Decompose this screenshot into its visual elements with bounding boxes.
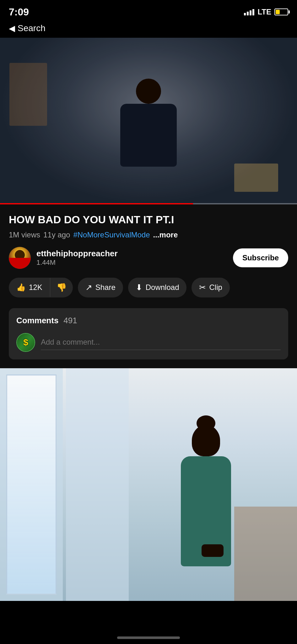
comments-count: 491 xyxy=(63,316,77,325)
avatar-inner: $ xyxy=(17,334,35,351)
user-avatar: $ xyxy=(16,333,35,352)
clip-button[interactable]: ✂ Clip xyxy=(192,278,230,297)
signal-bar-1 xyxy=(244,13,246,15)
dislike-icon: 👎 xyxy=(57,283,67,292)
video-scene xyxy=(0,38,297,204)
download-icon: ⬇ xyxy=(136,283,143,292)
action-row: 👍 12K 👎 ↗ Share ⬇ Download ✂ Clip xyxy=(9,278,288,299)
video-title: HOW BAD DO YOU WANT IT PT.I xyxy=(9,213,288,226)
download-label: Download xyxy=(146,283,179,292)
signal-bar-4 xyxy=(252,9,254,15)
channel-row: etthehiphoppreacher 1.44M Subscribe xyxy=(9,247,288,269)
download-button[interactable]: ⬇ Download xyxy=(128,278,187,297)
like-button[interactable]: 👍 12K xyxy=(9,278,50,297)
rec-person xyxy=(171,412,240,601)
status-bar: 7:09 LTE xyxy=(0,0,297,22)
dislike-button[interactable]: 👎 xyxy=(50,278,73,297)
back-label: Search xyxy=(18,23,46,33)
video-progress-fill xyxy=(0,203,193,204)
home-bar xyxy=(117,636,180,639)
hashtag[interactable]: #NoMoreSurvivalMode xyxy=(73,230,150,239)
comment-input-row: $ xyxy=(16,333,281,352)
views-count: 1M views xyxy=(9,230,40,239)
lte-label: LTE xyxy=(257,8,271,16)
time-ago: 11y ago xyxy=(43,230,70,239)
nav-back[interactable]: ◀ Search xyxy=(0,22,297,38)
rec-window-1 xyxy=(0,368,63,601)
clip-icon: ✂ xyxy=(199,283,206,292)
rec-person-head xyxy=(192,425,220,456)
comments-header: Comments 491 xyxy=(16,316,281,325)
rec-scene xyxy=(0,368,297,601)
avatar-jacket xyxy=(9,258,31,269)
like-count: 12K xyxy=(29,283,42,292)
battery-icon xyxy=(274,8,288,15)
comments-section: Comments 491 $ xyxy=(9,308,288,359)
status-right: LTE xyxy=(244,8,288,16)
signal-bars-icon xyxy=(244,8,254,15)
video-progress-bar[interactable] xyxy=(0,203,297,204)
rec-table xyxy=(234,507,297,601)
rec-window-2 xyxy=(66,368,129,601)
channel-info: etthehiphoppreacher 1.44M xyxy=(36,249,227,267)
comment-input[interactable] xyxy=(41,335,281,350)
signal-bar-2 xyxy=(247,12,249,15)
video-meta: 1M views 11y ago #NoMoreSurvivalMode ...… xyxy=(9,230,288,239)
signal-bar-3 xyxy=(250,10,251,15)
share-icon: ↗ xyxy=(85,283,92,292)
rec-person-hand xyxy=(202,544,224,557)
back-arrow-icon: ◀ xyxy=(9,24,15,33)
channel-name[interactable]: etthehiphoppreacher xyxy=(36,249,227,258)
rec-window-pane-1 xyxy=(6,375,57,595)
video-player[interactable] xyxy=(0,38,297,204)
comments-label: Comments xyxy=(16,316,58,325)
dollar-sign-icon: $ xyxy=(23,337,28,347)
channel-avatar[interactable] xyxy=(9,247,31,269)
home-indicator xyxy=(0,631,297,644)
clip-label: Clip xyxy=(209,283,222,292)
more-button[interactable]: ...more xyxy=(153,230,178,239)
share-label: Share xyxy=(95,283,116,292)
avatar-body xyxy=(9,247,31,269)
status-time: 7:09 xyxy=(9,6,29,18)
battery-fill xyxy=(276,10,280,14)
info-section: HOW BAD DO YOU WANT IT PT.I 1M views 11y… xyxy=(0,204,297,368)
share-button[interactable]: ↗ Share xyxy=(78,278,123,297)
subscribe-button[interactable]: Subscribe xyxy=(233,248,288,267)
video-overlay xyxy=(0,38,297,204)
like-icon: 👍 xyxy=(16,283,26,292)
recommended-video[interactable] xyxy=(0,368,297,601)
channel-subs: 1.44M xyxy=(36,258,227,267)
like-dislike-group: 👍 12K 👎 xyxy=(9,278,73,297)
rec-person-arm xyxy=(200,491,219,547)
